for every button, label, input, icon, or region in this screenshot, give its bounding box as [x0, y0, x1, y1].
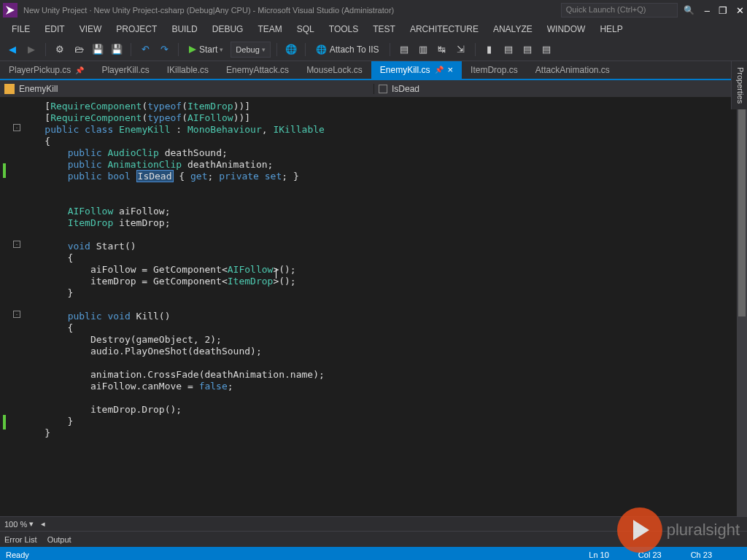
- main-toolbar: ◀ ▶ ⚙ 🗁 💾 💾 ↶ ↷ Start ▾ Debug▾ 🌐 🌐 Attac…: [0, 38, 747, 61]
- change-marker: [3, 163, 6, 178]
- open-file-icon[interactable]: 🗁: [71, 42, 87, 58]
- code-editor[interactable]: - - - [RequireComponent(typeof(ItemDrop)…: [0, 98, 747, 516]
- panel-tab-error-list[interactable]: Error List: [4, 535, 37, 544]
- tool-icon-8[interactable]: ▤: [538, 42, 554, 58]
- maximize-button[interactable]: ❐: [719, 5, 727, 16]
- chevron-down-icon[interactable]: ▾: [29, 519, 34, 529]
- pluralsight-watermark: pluralsight: [617, 508, 740, 553]
- zoom-level[interactable]: 100 %: [4, 520, 27, 529]
- pin-icon[interactable]: 📌: [75, 66, 84, 74]
- menu-debug[interactable]: DEBUG: [205, 21, 251, 37]
- text-cursor: [276, 268, 276, 279]
- config-dropdown[interactable]: Debug▾: [231, 42, 270, 58]
- browser-icon[interactable]: 🌐: [283, 42, 299, 58]
- vertical-scrollbar[interactable]: [737, 98, 747, 516]
- quick-launch-input[interactable]: Quick Launch (Ctrl+Q): [561, 3, 678, 18]
- globe-icon: 🌐: [316, 44, 327, 55]
- nav-back-button[interactable]: ◀: [4, 42, 20, 58]
- class-icon: [4, 84, 15, 94]
- fold-toggle[interactable]: -: [13, 124, 20, 131]
- redo-icon[interactable]: ↷: [156, 42, 172, 58]
- window-title: New Unity Project · New Unity Project-cs…: [23, 6, 561, 15]
- fold-toggle[interactable]: -: [13, 311, 20, 318]
- tab-itemdrop-cs[interactable]: ItemDrop.cs: [462, 61, 527, 79]
- play-badge-icon: [617, 508, 662, 553]
- minimize-button[interactable]: –: [705, 5, 710, 16]
- menu-test[interactable]: TEST: [365, 21, 403, 37]
- tool-icon-4[interactable]: ⇲: [453, 42, 469, 58]
- tab-enemykill-cs[interactable]: EnemyKill.cs📌×: [371, 61, 462, 79]
- tool-icon-6[interactable]: ▤: [500, 42, 516, 58]
- tab-attackanimation-cs[interactable]: AttackAnimation.cs: [527, 61, 619, 79]
- svg-marker-0: [189, 46, 196, 53]
- menu-help[interactable]: HELP: [592, 21, 630, 37]
- menu-sql[interactable]: SQL: [290, 21, 322, 37]
- menu-file[interactable]: FILE: [4, 21, 37, 37]
- menu-view[interactable]: VIEW: [72, 21, 109, 37]
- attach-iis-button[interactable]: 🌐 Attach To IIS: [311, 43, 384, 56]
- search-icon[interactable]: 🔍: [684, 5, 694, 15]
- tool-icon-1[interactable]: ▤: [396, 42, 412, 58]
- menu-architecture[interactable]: ARCHITECTURE: [403, 21, 486, 37]
- tab-mouselock-cs[interactable]: MouseLock.cs: [298, 61, 371, 79]
- title-bar: New Unity Project · New Unity Project-cs…: [0, 0, 747, 20]
- property-icon: [379, 85, 387, 93]
- status-ready: Ready: [6, 551, 29, 559]
- tab-playerkill-cs[interactable]: PlayerKill.cs: [93, 61, 158, 79]
- code-content[interactable]: [RequireComponent(typeof(ItemDrop))] [Re…: [22, 98, 737, 516]
- close-button[interactable]: ✕: [736, 5, 744, 16]
- start-button[interactable]: Start ▾: [185, 43, 228, 56]
- tool-icon-7[interactable]: ▤: [519, 42, 535, 58]
- tab-enemyattack-cs[interactable]: EnemyAttack.cs: [217, 61, 298, 79]
- tool-icon-5[interactable]: ▮: [481, 42, 498, 58]
- scroll-thumb[interactable]: [738, 98, 746, 316]
- fold-toggle[interactable]: -: [13, 241, 20, 248]
- close-icon[interactable]: ×: [448, 64, 454, 75]
- play-icon: [189, 46, 196, 53]
- class-dropdown[interactable]: EnemyKill: [0, 84, 374, 94]
- new-project-icon[interactable]: ⚙: [52, 42, 68, 58]
- vs-logo-icon: [3, 3, 18, 18]
- pin-icon[interactable]: 📌: [435, 66, 444, 74]
- tool-icon-3[interactable]: ↹: [434, 42, 450, 58]
- document-tabs: PlayerPickup.cs📌PlayerKill.csIKillable.c…: [0, 61, 747, 80]
- tab-playerpickup-cs[interactable]: PlayerPickup.cs📌: [0, 61, 93, 79]
- editor-gutter: - - -: [0, 98, 22, 516]
- tab-ikillable-cs[interactable]: IKillable.cs: [158, 61, 217, 79]
- menu-build[interactable]: BUILD: [164, 21, 204, 37]
- undo-icon[interactable]: ↶: [137, 42, 153, 58]
- change-marker: [3, 415, 6, 429]
- save-all-icon[interactable]: 💾: [109, 42, 125, 58]
- status-line: Ln 10: [589, 551, 609, 559]
- menu-analyze[interactable]: ANALYZE: [486, 21, 540, 37]
- panel-tab-output[interactable]: Output: [47, 535, 71, 544]
- horizontal-scroll-left[interactable]: ◂: [41, 519, 45, 529]
- menu-edit[interactable]: EDIT: [37, 21, 71, 37]
- navigation-bar: EnemyKill IsDead: [0, 80, 747, 98]
- menu-tools[interactable]: TOOLS: [322, 21, 365, 37]
- properties-panel-tab[interactable]: Properties: [731, 61, 747, 109]
- menu-project[interactable]: PROJECT: [109, 21, 164, 37]
- nav-forward-button[interactable]: ▶: [23, 42, 39, 58]
- tool-icon-2[interactable]: ▥: [415, 42, 431, 58]
- menu-team[interactable]: TEAM: [250, 21, 289, 37]
- menu-bar: FILEEDITVIEWPROJECTBUILDDEBUGTEAMSQLTOOL…: [0, 20, 747, 38]
- menu-window[interactable]: WINDOW: [540, 21, 593, 37]
- member-dropdown[interactable]: IsDead: [374, 84, 747, 94]
- save-icon[interactable]: 💾: [90, 42, 106, 58]
